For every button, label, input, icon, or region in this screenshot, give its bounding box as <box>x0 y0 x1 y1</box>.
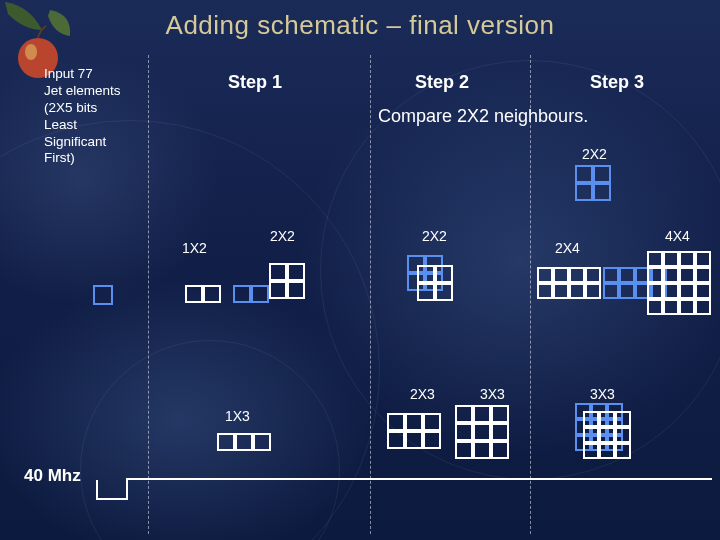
grid-b1x3 <box>218 434 272 452</box>
step-1-label: Step 1 <box>228 72 282 93</box>
label-2x4: 2X4 <box>555 240 580 256</box>
label-3x3-b: 3X3 <box>590 386 615 402</box>
step-2-label: Step 2 <box>415 72 469 93</box>
clock-label: 40 Mhz <box>24 466 81 486</box>
grid-inp1 <box>94 286 114 306</box>
label-3x3-a: 3X3 <box>480 386 505 402</box>
label-2x3: 2X3 <box>410 386 435 402</box>
grid-s1a <box>186 286 222 304</box>
clock-wave-icon <box>96 480 128 500</box>
grid-s2a2x2 <box>270 264 306 300</box>
divider-step2 <box>370 55 371 534</box>
grid-s3b4x4 <box>648 252 712 316</box>
label-1x2: 1X2 <box>182 240 207 256</box>
divider-step1 <box>148 55 149 534</box>
page-title: Adding schematic – final version <box>0 10 720 41</box>
grid-s2b2x2 <box>418 266 454 302</box>
step-3-label: Step 3 <box>590 72 644 93</box>
label-1x3: 1X3 <box>225 408 250 424</box>
label-2x2-top: 2X2 <box>582 146 607 162</box>
compare-label: Compare 2X2 neighbours. <box>378 106 588 127</box>
label-2x2-b: 2X2 <box>422 228 447 244</box>
grid-top2x2 <box>576 166 612 202</box>
grid-b2x3a <box>388 414 442 450</box>
grid-b3x3b <box>584 412 632 460</box>
label-2x2-a: 2X2 <box>270 228 295 244</box>
grid-s1b <box>234 286 270 304</box>
label-4x4: 4X4 <box>665 228 690 244</box>
input-description: Input 77 Jet elements (2X5 bits Least Si… <box>44 66 121 167</box>
clock-line <box>160 478 712 480</box>
grid-b3x3a <box>456 406 510 460</box>
svg-point-1 <box>25 44 37 60</box>
grid-s3a2x4a <box>538 268 602 300</box>
